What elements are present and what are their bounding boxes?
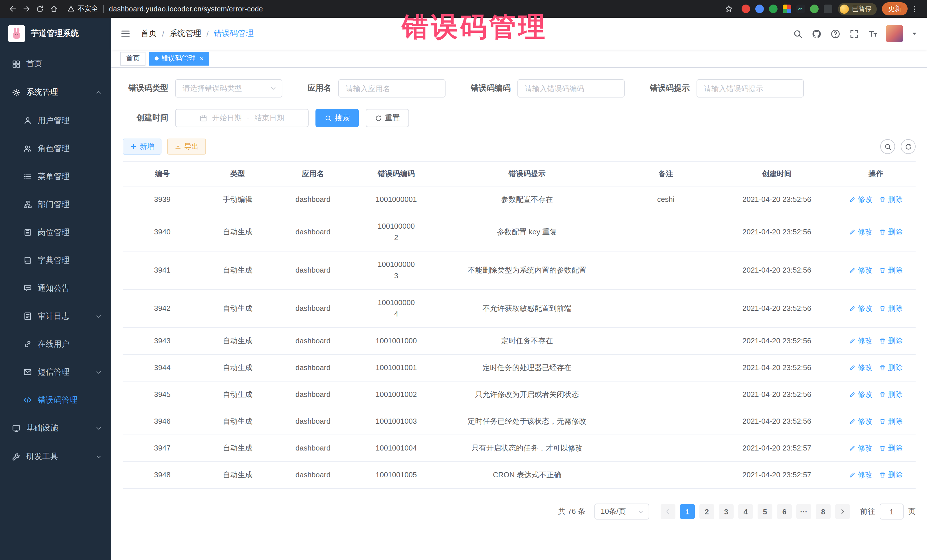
browser-menu-icon[interactable] — [907, 2, 921, 16]
github-icon[interactable] — [812, 29, 821, 38]
edit-link[interactable]: 修改 — [849, 265, 872, 276]
cell-message: 参数配置 key 重复 — [440, 213, 614, 251]
edit-link[interactable]: 修改 — [849, 362, 872, 373]
refresh-table-button[interactable] — [901, 139, 916, 154]
dark-pin-extension-icon[interactable] — [824, 5, 832, 13]
sidebar-item-dept[interactable]: 部门管理 — [0, 190, 111, 219]
fullscreen-icon[interactable] — [849, 29, 859, 38]
page-button-8[interactable]: 8 — [816, 504, 831, 519]
delete-link[interactable]: 删除 — [879, 194, 903, 205]
sidebar-toggle-icon[interactable] — [120, 29, 131, 39]
tab-error-code[interactable]: 错误码管理× — [149, 52, 209, 65]
sidebar-item-sms[interactable]: 短信管理 — [0, 358, 111, 386]
sidebar-item-user[interactable]: 用户管理 — [0, 107, 111, 135]
caret-down-icon[interactable] — [911, 30, 918, 37]
sidebar-item-online-user[interactable]: 在线用户 — [0, 330, 111, 358]
page-button-1[interactable]: 1 — [680, 504, 695, 519]
edit-link[interactable]: 修改 — [849, 469, 872, 481]
add-button[interactable]: 新增 — [123, 138, 161, 155]
sidebar-item-audit-log[interactable]: 审计日志 — [0, 302, 111, 330]
page-button-6[interactable]: 6 — [777, 504, 792, 519]
home-icon[interactable] — [47, 2, 61, 16]
error-hint-input[interactable] — [697, 84, 803, 93]
delete-link[interactable]: 删除 — [879, 265, 903, 276]
delete-link[interactable]: 删除 — [879, 389, 903, 400]
next-page-button[interactable] — [835, 504, 850, 519]
prev-page-button[interactable] — [661, 504, 675, 519]
address-bar[interactable]: dashboard.yudao.iocoder.cn/system/error-… — [109, 5, 722, 13]
edit-link[interactable]: 修改 — [849, 303, 872, 314]
edit-link[interactable]: 修改 — [849, 335, 872, 347]
screen: 不安全 dashboard.yudao.iocoder.cn/system/er… — [0, 0, 927, 560]
delete-link[interactable]: 删除 — [879, 469, 903, 481]
back-icon[interactable] — [6, 2, 20, 16]
sidebar-item-infra[interactable]: 基础设施 — [0, 414, 111, 443]
dark-on-extension-icon[interactable]: on — [796, 5, 805, 13]
reload-icon[interactable] — [33, 2, 47, 16]
profile-chip[interactable]: 已暂停 — [838, 3, 877, 15]
font-size-icon[interactable] — [868, 29, 878, 38]
bookmark-star-icon[interactable] — [722, 2, 736, 16]
page-ellipsis[interactable]: ··· — [796, 504, 811, 519]
delete-link[interactable]: 删除 — [879, 226, 903, 238]
sidebar-item-dev-tool[interactable]: 研发工具 — [0, 443, 111, 471]
edit-link[interactable]: 修改 — [849, 389, 872, 400]
tab-home[interactable]: 首页 — [120, 52, 146, 65]
tab-close-icon[interactable]: × — [200, 55, 204, 62]
forward-icon[interactable] — [20, 2, 33, 16]
sidebar-item-menu[interactable]: 菜单管理 — [0, 162, 111, 190]
create-time-range-picker[interactable]: 开始日期 - 结束日期 — [175, 109, 308, 127]
edit-link[interactable]: 修改 — [849, 416, 872, 427]
cell-app: dashboard — [273, 381, 353, 408]
sidebar-item-notice[interactable]: 通知公告 — [0, 274, 111, 302]
page-button-4[interactable]: 4 — [738, 504, 753, 519]
show-search-button[interactable] — [880, 139, 895, 154]
page-button-3[interactable]: 3 — [719, 504, 734, 519]
trash-icon — [879, 364, 886, 371]
browser-update-button[interactable]: 更新 — [882, 2, 907, 15]
edit-link[interactable]: 修改 — [849, 194, 872, 205]
search-button[interactable]: 搜索 — [316, 109, 359, 127]
app-title: 芋道管理系统 — [31, 29, 79, 39]
sidebar-item-dict[interactable]: 字典管理 — [0, 246, 111, 274]
breadcrumb-item[interactable]: 系统管理 — [169, 29, 201, 39]
search-icon[interactable] — [793, 29, 802, 38]
edit-link[interactable]: 修改 — [849, 226, 872, 238]
green-check-extension-icon[interactable] — [769, 5, 777, 13]
apps-grid-extension-icon[interactable] — [783, 5, 791, 13]
sidebar-item-home[interactable]: 首页 — [0, 50, 111, 78]
app-name-input[interactable] — [339, 84, 445, 93]
delete-link[interactable]: 删除 — [879, 416, 903, 427]
cell-code: 1001001004 — [353, 435, 440, 461]
page-button-5[interactable]: 5 — [758, 504, 772, 519]
delete-link[interactable]: 删除 — [879, 443, 903, 454]
page-size-select[interactable]: 10条/页 — [594, 504, 649, 519]
sidebar-item-post[interactable]: 岗位管理 — [0, 219, 111, 246]
breadcrumb-item[interactable]: 首页 — [141, 29, 157, 39]
app-logo[interactable]: 芋道管理系统 — [0, 18, 111, 50]
edit-link[interactable]: 修改 — [849, 443, 872, 454]
page-button-2[interactable]: 2 — [699, 504, 714, 519]
delete-link[interactable]: 删除 — [879, 303, 903, 314]
question-icon[interactable] — [831, 29, 840, 38]
cell-id: 3945 — [123, 381, 202, 408]
delete-link[interactable]: 删除 — [879, 335, 903, 347]
error-code-type-select[interactable]: 请选择错误码类型 — [175, 79, 283, 97]
goto-page-input[interactable] — [880, 504, 904, 519]
delete-label: 删除 — [888, 335, 903, 347]
sidebar-item-role[interactable]: 角色管理 — [0, 135, 111, 162]
blue-extension-icon[interactable] — [755, 5, 764, 13]
export-button[interactable]: 导出 — [167, 138, 206, 155]
red-circle-extension-icon[interactable] — [741, 5, 750, 13]
delete-link[interactable]: 删除 — [879, 362, 903, 373]
sidebar-item-system[interactable]: 系统管理 — [0, 78, 111, 107]
reset-button[interactable]: 重置 — [366, 109, 409, 127]
edit-label: 修改 — [858, 389, 872, 400]
chevron-down-icon — [95, 313, 102, 320]
security-indicator[interactable]: 不安全 — [67, 4, 98, 14]
user-avatar[interactable] — [886, 25, 903, 42]
green-leaf-extension-icon[interactable] — [810, 5, 818, 13]
edit-label: 修改 — [858, 335, 872, 347]
error-code-input[interactable] — [518, 84, 624, 93]
sidebar-item-error-code[interactable]: 错误码管理 — [0, 386, 111, 414]
